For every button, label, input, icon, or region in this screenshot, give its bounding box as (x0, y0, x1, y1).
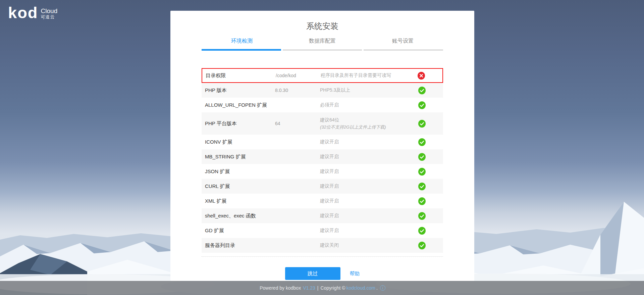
status-pass-icon (418, 212, 426, 220)
check-row: GD 扩展 建议开启 (202, 223, 443, 238)
status-pass-icon (418, 183, 426, 190)
status-pass-icon (418, 138, 426, 146)
check-requirement: 程序目录及所有子目录需要可读写 (321, 72, 400, 79)
check-name: PHP 版本 (202, 87, 275, 94)
check-row: 服务器列目录 建议关闭 (202, 238, 443, 253)
help-link[interactable]: 帮助 (350, 271, 360, 277)
copyright-text: Copyright © (320, 285, 345, 291)
footer-bar: Powered by kodbox V1.23 | Copyright © ko… (0, 281, 644, 295)
check-name: JSON 扩展 (202, 168, 275, 175)
check-note: (32位不支持2G以上文件上传下载) (320, 124, 401, 130)
check-name: MB_STRING 扩展 (202, 154, 275, 160)
check-value: /code/kod (276, 73, 321, 78)
check-row: ALLOW_URL_FOPEN 扩展 必须开启 (202, 98, 443, 112)
install-dialog: 系统安装 环境检测数据库配置账号设置 目录权限 /code/kod 程序目录及所… (170, 11, 474, 281)
version-text: V1.23 (303, 285, 315, 291)
status-pass-icon (418, 168, 426, 176)
logo-product-text: Cloud (41, 8, 58, 15)
footer-separator: | (317, 285, 319, 291)
status-pass-icon (418, 87, 426, 94)
check-row: PHP 平台版本 64 建议64位 (32位不支持2G以上文件上传下载) (202, 112, 443, 135)
status-pass-icon (418, 153, 426, 161)
check-row: JSON 扩展 建议开启 (202, 164, 443, 179)
check-name: GD 扩展 (202, 228, 275, 234)
kodcloud-link[interactable]: kodcloud.com (346, 285, 375, 291)
check-requirement: 必须开启 (320, 102, 401, 108)
step-progress-bars (202, 49, 443, 51)
check-name: 目录权限 (202, 72, 276, 79)
check-requirement: 建议64位 (32位不支持2G以上文件上传下载) (320, 117, 401, 130)
check-name: CURL 扩展 (202, 183, 275, 190)
tab-step-2[interactable]: 数据库配置 (282, 38, 363, 45)
status-pass-icon (418, 120, 426, 128)
step-tabs: 环境检测数据库配置账号设置 (202, 38, 443, 45)
kodcloud-logo: kod Cloud 可道云 (8, 5, 57, 20)
logo-brand-text: kod (8, 5, 38, 20)
tab-step-1[interactable]: 环境检测 (202, 38, 282, 45)
check-row: shell_exec、exec 函数 建议开启 (202, 208, 443, 223)
check-row: 目录权限 /code/kod 程序目录及所有子目录需要可读写 (202, 68, 443, 83)
check-value: 64 (275, 121, 320, 126)
check-name: shell_exec、exec 函数 (202, 213, 275, 219)
status-fail-icon (418, 72, 425, 80)
status-pass-icon (418, 227, 426, 235)
check-requirement: 建议关闭 (320, 242, 401, 248)
check-requirement: PHP5.3及以上 (320, 87, 401, 93)
step-bar-3 (364, 49, 443, 51)
check-requirement: 建议开启 (320, 183, 401, 189)
skip-button[interactable]: 跳过 (285, 267, 340, 280)
check-name: XML 扩展 (202, 198, 275, 204)
check-requirement: 建议开启 (320, 139, 401, 145)
check-requirement: 建议开启 (320, 168, 401, 175)
step-bar-2 (283, 49, 362, 51)
powered-by-text: Powered by kodbox (260, 285, 301, 291)
check-name: PHP 平台版本 (202, 120, 275, 127)
check-row: MB_STRING 扩展 建议开启 (202, 149, 443, 164)
info-icon[interactable]: i (380, 285, 385, 291)
divider (202, 256, 443, 257)
status-pass-icon (418, 242, 426, 249)
check-name: ICONV 扩展 (202, 139, 275, 145)
check-value: 8.0.30 (275, 88, 320, 93)
dialog-title: 系统安装 (202, 11, 443, 32)
step-bar-1 (202, 49, 281, 51)
check-requirement: 建议开启 (320, 228, 401, 234)
check-requirement: 建议开启 (320, 213, 401, 219)
check-row: PHP 版本 8.0.30 PHP5.3及以上 (202, 83, 443, 98)
check-name: ALLOW_URL_FOPEN 扩展 (202, 102, 275, 108)
status-pass-icon (418, 197, 426, 205)
status-pass-icon (418, 101, 426, 109)
check-row: XML 扩展 建议开启 (202, 194, 443, 208)
tab-step-3[interactable]: 账号设置 (363, 38, 443, 45)
logo-product-cn-text: 可道云 (41, 15, 58, 19)
footer-period: . (376, 285, 378, 291)
check-row: ICONV 扩展 建议开启 (202, 135, 443, 149)
check-requirement: 建议开启 (320, 198, 401, 204)
environment-check-table: 目录权限 /code/kod 程序目录及所有子目录需要可读写 PHP 版本 8.… (202, 68, 443, 253)
check-requirement: 建议开启 (320, 154, 401, 160)
check-row: CURL 扩展 建议开启 (202, 179, 443, 194)
check-name: 服务器列目录 (202, 242, 275, 249)
